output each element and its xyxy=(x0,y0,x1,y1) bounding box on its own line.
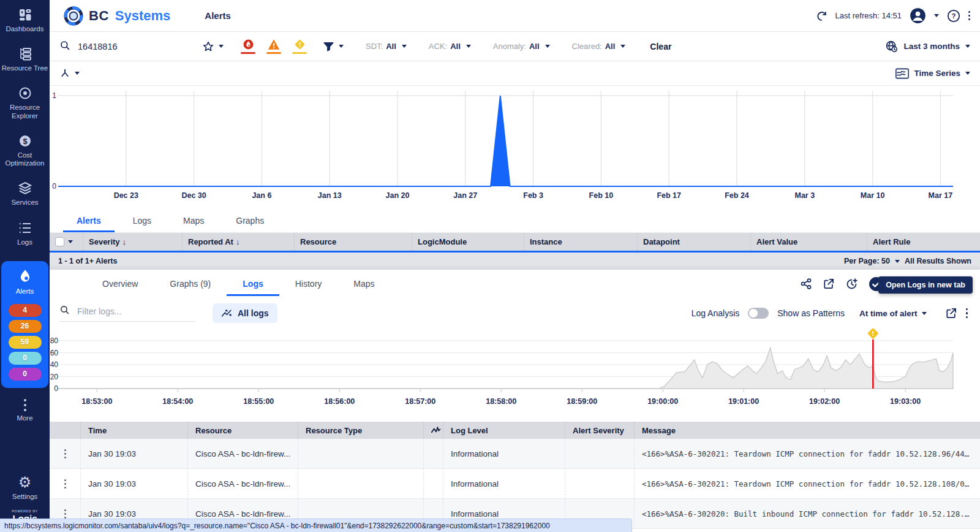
row-menu-icon[interactable] xyxy=(64,479,66,488)
y-tick-label: 1 xyxy=(49,91,56,100)
log-row[interactable]: Jan 30 19:03 Cisco ASA - bc-ldn-firew...… xyxy=(50,469,980,499)
cleared-filter[interactable]: Cleared:All xyxy=(572,42,626,51)
ack-filter[interactable]: ACK:All xyxy=(429,42,471,51)
time-range-dropdown[interactable]: Last 3 months xyxy=(885,40,970,53)
badge-info[interactable]: 0 xyxy=(9,352,42,365)
help-icon[interactable]: ? xyxy=(947,9,960,23)
tab-graphs[interactable]: Graphs xyxy=(222,210,277,232)
select-caret-icon[interactable] xyxy=(68,240,73,243)
row-menu-icon[interactable] xyxy=(64,449,66,458)
overflow-menu-icon[interactable] xyxy=(968,11,970,20)
sidebar-item-resource-tree[interactable]: Resource Tree xyxy=(1,47,48,72)
share-icon[interactable] xyxy=(800,278,812,290)
group-by-dropdown[interactable] xyxy=(59,68,80,79)
x-tick-label: 19:01:00 xyxy=(728,397,759,406)
tab-maps[interactable]: Maps xyxy=(170,210,217,232)
y-tick-label: 0 xyxy=(49,182,56,191)
detail-tab-overview[interactable]: Overview xyxy=(86,272,154,296)
severity-critical-toggle[interactable] xyxy=(241,39,255,54)
show-as-patterns-toggle[interactable] xyxy=(748,308,769,319)
cell-alert-severity xyxy=(565,469,634,498)
col-time[interactable]: Time xyxy=(80,422,187,439)
page-title: Alerts xyxy=(205,10,231,21)
tab-logs[interactable]: Logs xyxy=(119,210,165,232)
log-chart-canvas: ! xyxy=(50,329,980,396)
col-reported-at[interactable]: Reported At↓ xyxy=(182,233,294,251)
col-resource[interactable]: Resource xyxy=(294,233,412,251)
x-tick-label: 18:53:00 xyxy=(81,397,112,406)
avatar[interactable] xyxy=(910,7,926,24)
filter-dropdown[interactable] xyxy=(323,40,344,52)
cell-sparkline xyxy=(423,469,443,498)
x-tick-label: Jan 6 xyxy=(252,191,271,200)
log-volume-chart[interactable]: ! 18:53:0018:54:0018:55:0018:56:0018:57:… xyxy=(50,329,980,412)
avatar-caret-icon[interactable] xyxy=(934,14,939,17)
x-tick-label: 18:58:00 xyxy=(486,397,516,406)
sidebar-item-alerts[interactable]: Alerts 4 26 59 0 0 xyxy=(1,261,48,388)
col-resource-type[interactable]: Resource Type xyxy=(298,422,423,439)
detail-tab-maps[interactable]: Maps xyxy=(337,272,390,296)
per-page-select[interactable]: Per Page: 50 xyxy=(844,257,890,265)
dashboards-icon xyxy=(18,7,32,22)
search-input[interactable] xyxy=(78,42,170,51)
alerts-timeseries-chart[interactable]: Dec 23Dec 30Jan 6Jan 13Jan 20Jan 27Feb 3… xyxy=(50,86,980,206)
refresh-icon[interactable] xyxy=(816,10,827,21)
schedule-sdt-icon[interactable] xyxy=(845,278,858,291)
view-mode-dropdown[interactable]: Time Series xyxy=(895,68,970,79)
funnel-caret-icon xyxy=(339,45,344,48)
sidebar-item-cost-optimization[interactable]: $ Cost Optimization xyxy=(1,134,48,167)
col-logicmodule[interactable]: LogicModule xyxy=(412,233,524,251)
x-tick-label: 18:59:00 xyxy=(567,397,597,406)
detail-tab-history[interactable]: History xyxy=(279,272,338,296)
favorites-dropdown[interactable] xyxy=(202,40,224,53)
log-filter-input[interactable] xyxy=(77,306,181,316)
x-tick-label: Mar 17 xyxy=(929,191,953,200)
badge-critical[interactable]: 4 xyxy=(9,304,42,317)
col-instance[interactable]: Instance xyxy=(524,233,637,251)
sidebar-item-more[interactable]: More xyxy=(1,399,48,422)
detail-tab-graphs[interactable]: Graphs (9) xyxy=(154,272,227,296)
last-refresh-label: Last refresh: 14:51 xyxy=(835,11,902,20)
alerts-chart-x-axis: Dec 23Dec 30Jan 6Jan 13Jan 20Jan 27Feb 3… xyxy=(50,191,980,203)
col-sparkline[interactable] xyxy=(423,422,443,439)
clear-filters-button[interactable]: Clear xyxy=(650,42,671,51)
col-alert-value[interactable]: Alert Value xyxy=(750,233,867,251)
x-tick-label: Feb 10 xyxy=(589,191,614,200)
badge-warning[interactable]: 59 xyxy=(9,336,42,349)
col-log-level[interactable]: Log Level xyxy=(443,422,565,439)
open-logs-new-tab-icon[interactable] xyxy=(945,307,957,319)
sdt-filter[interactable]: SDT:All xyxy=(366,42,407,51)
log-analysis-label: Log Analysis xyxy=(692,308,740,318)
col-severity[interactable]: Severity↓ xyxy=(83,233,182,251)
sidebar-item-label: Settings xyxy=(12,493,38,501)
sidebar-item-dashboards[interactable]: Dashboards xyxy=(1,7,48,33)
detail-tab-logs[interactable]: Logs xyxy=(227,272,279,296)
badge-other[interactable]: 0 xyxy=(9,368,42,381)
col-alert-severity[interactable]: Alert Severity xyxy=(565,422,634,439)
log-overflow-menu-icon[interactable] xyxy=(966,308,968,319)
sidebar-item-resource-explorer[interactable]: Resource Explorer xyxy=(1,86,48,120)
col-alert-rule[interactable]: Alert Rule xyxy=(867,233,980,251)
open-in-new-icon[interactable] xyxy=(823,278,835,290)
sidebar-item-services[interactable]: Services xyxy=(1,181,48,207)
sidebar-item-logs[interactable]: Logs xyxy=(1,221,48,246)
severity-error-toggle[interactable] xyxy=(266,39,281,54)
select-all-cell[interactable] xyxy=(50,233,83,251)
row-menu-icon[interactable] xyxy=(64,509,66,519)
cell-time: Jan 30 19:03 xyxy=(80,469,187,498)
col-row-menu xyxy=(50,422,80,439)
severity-warning-toggle[interactable] xyxy=(292,39,307,54)
log-time-select[interactable]: At time of alert xyxy=(859,309,927,318)
col-resource[interactable]: Resource xyxy=(187,422,298,439)
anomaly-filter[interactable]: Anomaly:All xyxy=(493,42,550,51)
col-datapoint[interactable]: Datapoint xyxy=(637,233,750,251)
col-message[interactable]: Message xyxy=(634,422,980,439)
sidebar-item-settings[interactable]: ⚙ Settings xyxy=(1,475,48,501)
logs-icon xyxy=(18,221,32,235)
log-row[interactable]: Jan 30 19:03 Cisco ASA - bc-ldn-firew...… xyxy=(50,439,980,469)
badge-error[interactable]: 26 xyxy=(9,320,42,333)
tab-alerts[interactable]: Alerts xyxy=(63,210,115,232)
per-page-caret-icon[interactable] xyxy=(895,260,900,263)
all-logs-button[interactable]: All logs xyxy=(213,303,277,323)
select-all-checkbox[interactable] xyxy=(55,237,64,246)
